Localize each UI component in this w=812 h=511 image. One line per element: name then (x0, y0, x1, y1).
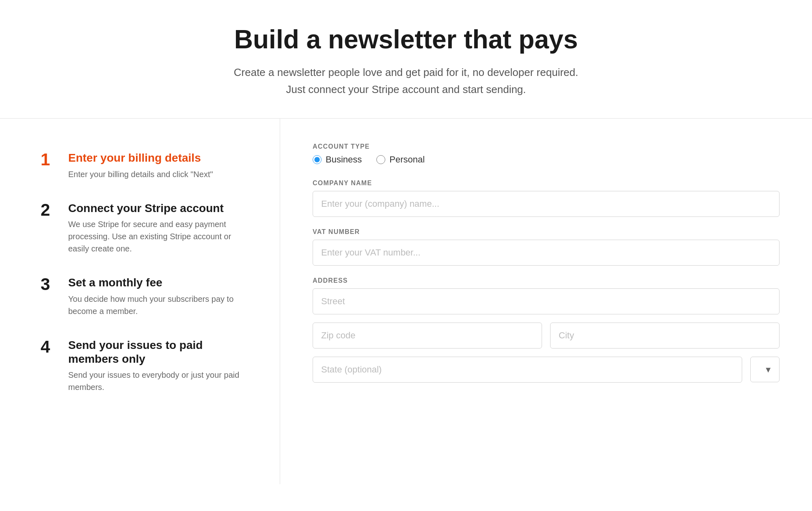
vat-number-input[interactable] (313, 240, 780, 266)
street-row (313, 288, 780, 314)
street-input[interactable] (313, 288, 780, 314)
account-type-group: ACCOUNT TYPE Business Personal (313, 143, 780, 165)
account-type-row: Business Personal (313, 154, 780, 165)
hero-subtitle-line1: Create a newsletter people love and get … (234, 66, 578, 78)
country-select[interactable]: United Kingdom United States Germany Fra… (750, 357, 780, 382)
steps-panel: 1 Enter your billing details Enter your … (0, 119, 280, 484)
step-1-description: Enter your billing details and click "Ne… (68, 168, 213, 180)
step-2-title: Connect your Stripe account (68, 201, 247, 215)
address-group: ADDRESS United Kingdom United States Ger… (313, 277, 780, 383)
business-radio[interactable] (313, 155, 322, 164)
step-4-content: Send your issues to paid members only Se… (68, 338, 247, 393)
hero-subtitle: Create a newsletter people love and get … (16, 64, 796, 98)
step-1-content: Enter your billing details Enter your bi… (68, 151, 213, 180)
personal-option[interactable]: Personal (376, 154, 425, 165)
step-2-number: 2 (41, 201, 57, 219)
business-label: Business (326, 154, 362, 165)
step-1-title: Enter your billing details (68, 151, 213, 165)
step-1: 1 Enter your billing details Enter your … (41, 151, 247, 180)
vat-number-label: VAT NUMBER (313, 228, 780, 236)
step-4-description: Send your issues to everybody or just yo… (68, 369, 247, 393)
account-type-label: ACCOUNT TYPE (313, 143, 780, 150)
city-input[interactable] (550, 323, 780, 349)
step-1-number: 1 (41, 151, 57, 168)
step-3-number: 3 (41, 276, 57, 293)
address-label: ADDRESS (313, 277, 780, 284)
step-4: 4 Send your issues to paid members only … (41, 338, 247, 393)
company-name-label: COMPANY NAME (313, 180, 780, 187)
step-4-number: 4 (41, 338, 57, 355)
billing-form-panel: ACCOUNT TYPE Business Personal COMPANY N… (280, 119, 812, 484)
step-3-title: Set a monthly fee (68, 276, 247, 290)
vat-number-group: VAT NUMBER (313, 228, 780, 266)
company-name-group: COMPANY NAME (313, 180, 780, 217)
company-name-input[interactable] (313, 191, 780, 217)
hero-section: Build a newsletter that pays Create a ne… (0, 0, 812, 118)
step-3-description: You decide how much your subscribers pay… (68, 293, 247, 317)
zip-city-row (313, 323, 780, 349)
business-option[interactable]: Business (313, 154, 362, 165)
hero-subtitle-line2: Just connect your Stripe account and sta… (286, 83, 526, 95)
main-layout: 1 Enter your billing details Enter your … (0, 119, 812, 484)
zip-input[interactable] (313, 323, 542, 349)
step-2: 2 Connect your Stripe account We use Str… (41, 201, 247, 255)
step-2-content: Connect your Stripe account We use Strip… (68, 201, 247, 255)
step-2-description: We use Stripe for secure and easy paymen… (68, 218, 247, 255)
step-3-content: Set a monthly fee You decide how much yo… (68, 276, 247, 317)
country-select-wrapper: United Kingdom United States Germany Fra… (750, 357, 780, 383)
step-4-title: Send your issues to paid members only (68, 338, 247, 366)
personal-label: Personal (389, 154, 425, 165)
state-country-row: United Kingdom United States Germany Fra… (313, 357, 780, 383)
hero-title: Build a newsletter that pays (16, 24, 796, 54)
state-input[interactable] (313, 357, 742, 383)
step-3: 3 Set a monthly fee You decide how much … (41, 276, 247, 317)
personal-radio[interactable] (376, 155, 385, 164)
